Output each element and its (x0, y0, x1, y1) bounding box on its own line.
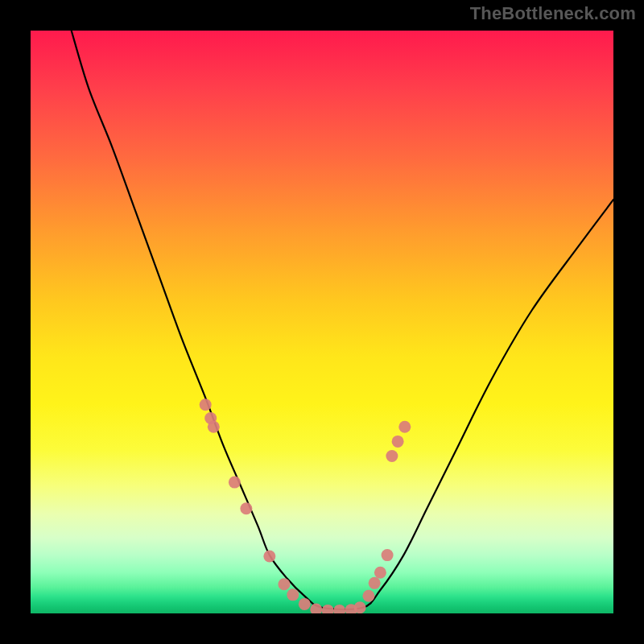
dot-markers (200, 398, 411, 613)
svg-point-11 (333, 605, 345, 613)
svg-point-9 (310, 603, 322, 613)
svg-point-20 (398, 421, 411, 433)
svg-point-7 (287, 588, 299, 601)
svg-point-10 (322, 605, 334, 613)
svg-point-13 (354, 601, 366, 613)
svg-point-8 (299, 598, 311, 610)
svg-point-15 (369, 577, 381, 589)
outer-black-frame: TheBottleneck.com (0, 0, 644, 644)
svg-point-19 (392, 436, 404, 448)
svg-point-3 (229, 477, 241, 489)
svg-point-5 (263, 551, 275, 563)
watermark-text: TheBottleneck.com (470, 3, 636, 24)
svg-point-16 (374, 567, 386, 579)
svg-point-4 (240, 502, 252, 514)
svg-point-0 (200, 398, 212, 411)
svg-point-17 (382, 549, 394, 561)
svg-point-2 (208, 421, 220, 433)
svg-point-18 (386, 450, 398, 462)
chart-svg (31, 31, 613, 613)
plot-area (31, 31, 613, 613)
svg-point-14 (362, 590, 374, 602)
bottleneck-curve (72, 31, 613, 609)
svg-point-6 (278, 578, 290, 590)
